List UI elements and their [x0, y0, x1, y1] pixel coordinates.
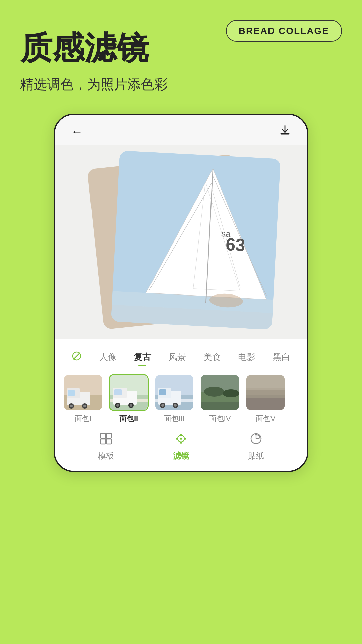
svg-point-42 [174, 404, 177, 407]
phone-mockup-container: ← [0, 114, 362, 499]
collage-area: 63 sa [55, 145, 307, 339]
sticker-icon [249, 432, 263, 448]
svg-point-40 [161, 404, 164, 407]
template-icon [99, 432, 113, 448]
svg-point-62 [184, 438, 186, 440]
download-button[interactable] [279, 124, 291, 139]
nav-template-label: 模板 [98, 450, 114, 461]
filter-item-bread1[interactable]: 面包I [63, 374, 103, 424]
svg-point-47 [204, 387, 224, 397]
filter-cat-none[interactable] [69, 350, 84, 365]
filter-label-bread3: 面包III [164, 414, 185, 424]
filter-thumb-bread3 [154, 374, 194, 411]
filter-label-bread4: 面包IV [209, 414, 231, 424]
filter-thumb-bread5 [245, 374, 286, 411]
nav-filter[interactable]: 滤镜 [173, 432, 189, 461]
svg-point-58 [180, 438, 182, 440]
bottom-nav: 模板 滤镜 [55, 426, 307, 471]
filter-label-bread5: 面包V [256, 414, 276, 424]
nav-sticker[interactable]: 贴纸 [248, 432, 264, 461]
svg-point-48 [223, 389, 239, 397]
filter-thumb-bread4 [200, 374, 240, 411]
svg-rect-18 [68, 390, 75, 396]
svg-line-13 [73, 353, 80, 359]
brand-badge: BREAD COLLAGE [226, 20, 342, 42]
filter-cat-bw[interactable]: 黑白 [270, 350, 293, 364]
filter-cat-retro[interactable]: 复古 [131, 350, 154, 364]
filter-item-bread4[interactable]: 面包IV [200, 374, 240, 424]
filter-tabs-area: 人像 复古 风景 美食 电影 黑白 [55, 339, 307, 471]
filter-label-bread2: 面包II [119, 414, 138, 424]
filter-thumb-bread1 [63, 374, 103, 411]
filter-item-bread2[interactable]: 面包II [109, 374, 149, 424]
phone-mockup: ← [54, 114, 308, 472]
filter-item-bread3[interactable]: 面包III [154, 374, 194, 424]
filter-cat-movie[interactable]: 电影 [235, 350, 258, 364]
svg-point-30 [116, 404, 119, 407]
filter-cat-food[interactable]: 美食 [201, 350, 224, 364]
filter-categories: 人像 复古 风景 美食 电影 黑白 [55, 346, 307, 370]
svg-point-61 [176, 438, 178, 440]
svg-rect-38 [159, 389, 166, 395]
nav-filter-label: 滤镜 [173, 450, 189, 461]
filter-thumb-bread2 [109, 374, 149, 411]
svg-rect-56 [106, 439, 111, 444]
header-area: BREAD COLLAGE 质感滤镜 精选调色，为照片添色彩 [0, 0, 362, 94]
back-button[interactable]: ← [71, 125, 83, 139]
card-front: 63 sa [111, 150, 281, 329]
svg-point-59 [180, 434, 182, 436]
filter-cat-portrait[interactable]: 人像 [97, 350, 119, 364]
subtitle: 精选调色，为照片添色彩 [20, 75, 342, 94]
svg-rect-55 [101, 439, 106, 444]
filter-label-bread1: 面包I [75, 414, 92, 424]
svg-text:sa: sa [221, 228, 231, 239]
filter-icon [174, 432, 188, 448]
svg-point-22 [83, 405, 86, 407]
svg-point-20 [70, 405, 73, 407]
svg-rect-28 [114, 389, 122, 395]
phone-top-bar: ← [55, 115, 307, 145]
svg-rect-54 [106, 433, 111, 438]
svg-point-32 [130, 404, 132, 407]
svg-rect-53 [101, 433, 106, 438]
svg-rect-52 [246, 375, 286, 390]
filter-thumbnails: 面包I [55, 370, 307, 426]
nav-template[interactable]: 模板 [98, 432, 114, 461]
filter-cat-landscape[interactable]: 风景 [166, 350, 189, 364]
nav-sticker-label: 贴纸 [248, 450, 264, 461]
svg-point-60 [180, 442, 182, 444]
filter-item-bread5[interactable]: 面包V [245, 374, 286, 424]
